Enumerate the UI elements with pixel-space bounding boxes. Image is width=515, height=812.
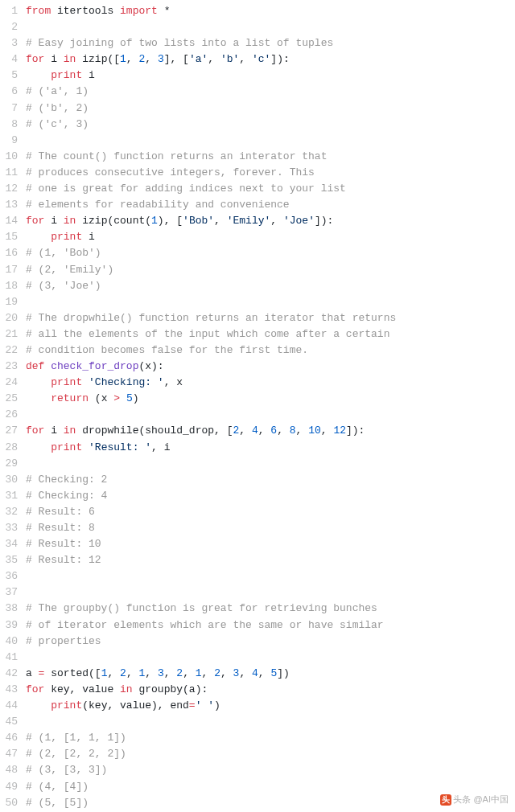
code-line: # elements for readability and convenien… [26,197,515,213]
token-cm: # (2, 'Emily') [26,264,113,276]
line-number: 21 [0,326,18,342]
token-nu: 2 [176,667,183,679]
code-line: # Result: 6 [26,504,515,520]
code-content: from itertools import *# Easy joining of… [26,3,515,811]
token-pl: itertools [51,5,120,17]
token-st: 'Bob' [183,215,214,227]
code-line: # ('a', 1) [26,84,515,100]
code-line: # of iterator elements which are the sam… [26,617,515,634]
token-nu: 12 [333,424,346,437]
line-number: 20 [0,310,18,326]
token-cm: # (3, [3, 3]) [26,764,107,776]
token-pl: , [183,667,196,679]
token-kw: import [120,5,158,17]
line-number: 10 [0,149,18,165]
token-nu: 2 [120,667,126,679]
token-kw: for [26,424,44,437]
token-pl: , x [164,376,183,388]
token-nu: 4 [252,667,258,679]
token-nu: 1 [151,215,158,227]
code-line [26,650,515,666]
code-line: from itertools import * [26,3,515,19]
token-kw: print [51,69,82,81]
token-pl: , [107,667,120,679]
code-line [26,133,515,149]
token-pl: i [44,215,63,227]
token-nu: 1 [196,667,202,679]
token-pl: ]): [346,424,365,437]
line-number: 2 [0,19,18,35]
token-kw: for [26,683,44,695]
token-cm: # (1, 'Bob') [26,247,101,259]
code-line: for i in izip(count(1), ['Bob', 'Emily',… [26,213,515,229]
token-cm: # Checking: 2 [26,474,107,486]
line-number: 26 [0,407,18,423]
code-line: # Result: 12 [26,552,515,568]
line-number: 11 [0,165,18,181]
token-op: > [113,392,120,404]
code-line: for i in izip([1, 2, 3], ['a', 'b', 'c']… [26,51,515,68]
line-number: 18 [0,278,18,294]
token-cm: # (2, [2, 2, 2]) [26,748,126,760]
code-line: # Result: 10 [26,536,515,552]
token-pl: i [82,231,95,243]
code-line: # (1, [1, 1, 1]) [26,730,515,746]
token-nu: 6 [270,424,277,437]
token-kw: print [51,699,82,712]
token-kw: in [64,53,76,65]
code-line [26,456,515,472]
line-number: 50 [0,795,18,811]
line-number: 42 [0,666,18,682]
token-pl: , [208,53,220,65]
token-pl [82,376,89,388]
token-cm: # Result: 6 [26,506,95,518]
token-nu: 10 [308,424,321,437]
token-pl: i [82,69,95,81]
token-pl: groupby(a): [133,683,208,695]
watermark: 头头条 @AI中国 [440,791,509,807]
token-pl [26,69,51,81]
line-number: 43 [0,682,18,698]
code-line: # (2, 'Emily') [26,262,515,278]
line-number: 3 [0,35,18,51]
token-cm: # properties [26,635,101,647]
token-cm: # Easy joining of two lists into a list … [26,37,333,49]
line-number: 14 [0,213,18,229]
token-pl: ], [ [164,53,189,65]
token-pl [26,231,51,243]
token-pl: , [164,667,177,679]
code-line: print i [26,229,515,245]
token-pl: * [158,5,171,17]
code-line: for key, value in groupby(a): [26,682,515,698]
token-cm: # of iterator elements which are the sam… [26,619,384,631]
token-pl: , [239,667,252,679]
line-number: 22 [0,342,18,359]
token-st: 'Emily' [227,215,271,227]
token-st: 'c' [252,53,270,65]
line-number: 7 [0,100,18,117]
code-line: # (3, [3, 3]) [26,762,515,778]
token-pl: ]): [270,53,289,65]
line-number: 41 [0,650,18,666]
token-st: 'Joe' [283,215,315,227]
code-line [26,568,515,584]
token-pl [26,376,51,388]
code-line: # produces consecutive integers, forever… [26,165,515,181]
token-pl [82,441,89,453]
token-kw: in [64,424,76,437]
token-cm: # elements for readability and convenien… [26,199,290,211]
line-number: 8 [0,117,18,133]
token-pl [120,392,126,404]
line-number: 19 [0,294,18,310]
token-kw: print [51,441,82,453]
token-pl: izip(count( [76,215,151,227]
token-st: ' ' [196,699,214,712]
line-number: 49 [0,779,18,795]
line-number: 37 [0,584,18,601]
token-cm: # (5, [5]) [26,797,89,809]
code-line: # The count() function returns an intera… [26,149,515,165]
code-line: # Checking: 4 [26,488,515,504]
code-line: # one is great for adding indices next t… [26,181,515,197]
token-cm: # The dropwhile() function returns an it… [26,312,396,324]
code-line: return (x > 5) [26,391,515,407]
